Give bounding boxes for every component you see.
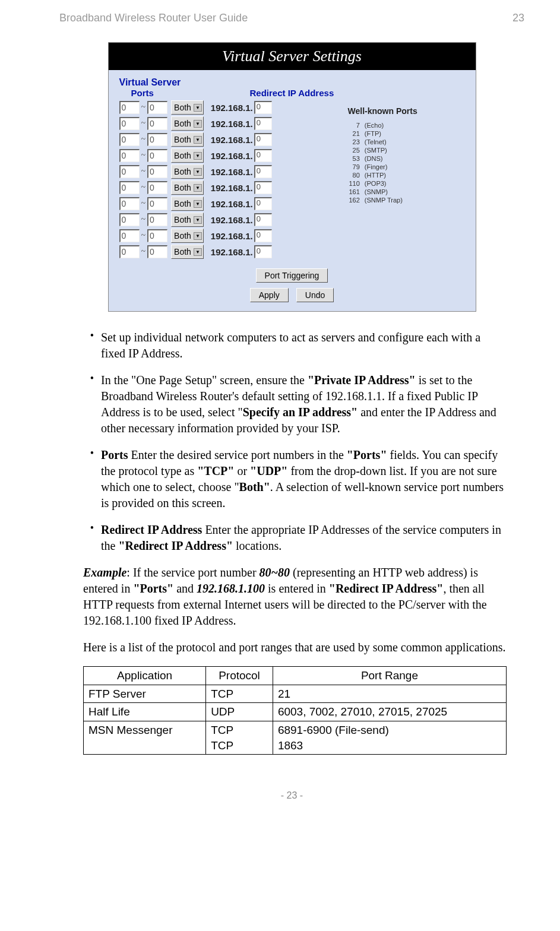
ip-prefix: 192.168.1.	[211, 103, 253, 113]
tilde: ~	[141, 167, 146, 176]
protocol-select[interactable]: Both▼	[171, 164, 204, 179]
port-row: 0~0Both▼192.168.1.0	[115, 148, 331, 163]
port-row: 0~0Both▼192.168.1.0	[115, 164, 331, 179]
port-to-input[interactable]: 0	[147, 117, 167, 130]
cell-app: FTP Server	[84, 685, 206, 703]
ip-last-input[interactable]: 0	[254, 213, 272, 226]
page-number-top: 23	[512, 12, 524, 24]
bullet-4: • Redirect IP Address Enter the appropri…	[83, 522, 507, 554]
ip-prefix: 192.168.1.	[211, 183, 253, 193]
ip-last-input[interactable]: 0	[254, 229, 272, 242]
bullet-dot: •	[83, 447, 101, 511]
tilde: ~	[141, 151, 146, 160]
well-known-ports: Well-known Ports 7(Echo)21(FTP)23(Telnet…	[331, 100, 470, 261]
th-application: Application	[84, 667, 206, 685]
wkp-table: 7(Echo)21(FTP)23(Telnet)25(SMTP)53(DNS)7…	[348, 121, 404, 205]
ip-prefix: 192.168.1.	[211, 215, 253, 225]
wkp-port: 80	[349, 172, 363, 179]
protocol-select[interactable]: Both▼	[171, 132, 204, 147]
bullet-3: • Ports Enter the desired service port n…	[83, 447, 507, 511]
bullet-1: • Set up individual network computers to…	[83, 330, 507, 362]
port-row: 0~0Both▼192.168.1.0	[115, 180, 331, 195]
port-row: 0~0Both▼192.168.1.0	[115, 245, 331, 259]
column-headers: Ports Redirect IP Address	[131, 88, 470, 98]
redirect-header: Redirect IP Address	[250, 88, 334, 98]
port-from-input[interactable]: 0	[119, 101, 140, 114]
chevron-down-icon: ▼	[194, 120, 202, 128]
port-to-input[interactable]: 0	[147, 101, 167, 114]
protocol-table: Application Protocol Port Range FTP Serv…	[83, 666, 507, 755]
ip-last-input[interactable]: 0	[254, 149, 272, 162]
guide-title: Broadband Wireless Router User Guide	[59, 12, 248, 24]
protocol-select[interactable]: Both▼	[171, 116, 204, 131]
ip-last-input[interactable]: 0	[254, 165, 272, 178]
chevron-down-icon: ▼	[194, 104, 202, 112]
port-from-input[interactable]: 0	[119, 229, 140, 242]
protocol-select[interactable]: Both▼	[171, 245, 204, 259]
wkp-row: 53(DNS)	[349, 155, 403, 162]
bullet-text: In the "One Page Setup" screen, ensure t…	[101, 372, 507, 436]
undo-button[interactable]: Undo	[296, 288, 334, 302]
port-to-input[interactable]: 0	[147, 197, 167, 210]
protocol-select[interactable]: Both▼	[171, 213, 204, 227]
port-from-input[interactable]: 0	[119, 213, 140, 226]
ip-prefix: 192.168.1.	[211, 151, 253, 161]
wkp-port: 161	[349, 188, 363, 195]
protocol-select[interactable]: Both▼	[171, 148, 204, 163]
port-from-input[interactable]: 0	[119, 133, 140, 146]
wkp-name: (Finger)	[365, 163, 403, 170]
cell-range: 6891-6900 (File-send) 1863	[273, 721, 506, 754]
port-to-input[interactable]: 0	[147, 245, 167, 258]
ip-last-input[interactable]: 0	[254, 133, 272, 146]
protocol-select[interactable]: Both▼	[171, 100, 204, 115]
ports-header: Ports	[131, 88, 250, 98]
port-to-input[interactable]: 0	[147, 213, 167, 226]
wkp-name: (HTTP)	[365, 172, 403, 179]
port-from-input[interactable]: 0	[119, 117, 140, 130]
port-to-input[interactable]: 0	[147, 133, 167, 146]
protocol-select[interactable]: Both▼	[171, 229, 204, 243]
ip-last-input[interactable]: 0	[254, 181, 272, 194]
wkp-row: 21(FTP)	[349, 130, 403, 137]
chevron-down-icon: ▼	[194, 136, 202, 144]
table-row: MSN MessengerTCP TCP6891-6900 (File-send…	[84, 721, 507, 754]
ip-prefix: 192.168.1.	[211, 167, 253, 177]
port-from-input[interactable]: 0	[119, 197, 140, 210]
cell-range: 6003, 7002, 27010, 27015, 27025	[273, 703, 506, 721]
wkp-row: 162(SNMP Trap)	[349, 197, 403, 204]
port-from-input[interactable]: 0	[119, 149, 140, 162]
protocol-select[interactable]: Both▼	[171, 197, 204, 211]
ip-last-input[interactable]: 0	[254, 245, 272, 258]
settings-panel: Virtual Server Ports Redirect IP Address…	[109, 70, 476, 311]
port-from-input[interactable]: 0	[119, 165, 140, 178]
intro-paragraph: Here is a list of the protocol and port …	[83, 639, 507, 656]
port-from-input[interactable]: 0	[119, 245, 140, 258]
th-port-range: Port Range	[273, 667, 506, 685]
port-from-input[interactable]: 0	[119, 181, 140, 194]
wkp-name: (DNS)	[365, 155, 403, 162]
cell-app: Half Life	[84, 703, 206, 721]
table-row: FTP ServerTCP21	[84, 685, 507, 703]
wkp-row: 110(POP3)	[349, 180, 403, 187]
ip-last-input[interactable]: 0	[254, 197, 272, 210]
wkp-name: (SNMP)	[365, 188, 403, 195]
port-triggering-button[interactable]: Port Triggering	[256, 268, 328, 283]
cell-proto: TCP TCP	[206, 721, 273, 754]
apply-button[interactable]: Apply	[250, 288, 289, 302]
tilde: ~	[141, 199, 146, 208]
port-to-input[interactable]: 0	[147, 229, 167, 242]
protocol-select[interactable]: Both▼	[171, 180, 204, 195]
port-to-input[interactable]: 0	[147, 181, 167, 194]
ip-last-input[interactable]: 0	[254, 101, 272, 114]
port-to-input[interactable]: 0	[147, 149, 167, 162]
tilde: ~	[141, 215, 146, 224]
wkp-row: 80(HTTP)	[349, 172, 403, 179]
wkp-port: 21	[349, 130, 363, 137]
virtual-server-label: Virtual Server	[119, 77, 470, 88]
virtual-server-screenshot: Virtual Server Settings Virtual Server P…	[108, 42, 476, 312]
wkp-port: 23	[349, 138, 363, 145]
port-row: 0~0Both▼192.168.1.0	[115, 197, 331, 211]
ip-last-input[interactable]: 0	[254, 117, 272, 130]
port-to-input[interactable]: 0	[147, 165, 167, 178]
port-row: 0~0Both▼192.168.1.0	[115, 132, 331, 147]
